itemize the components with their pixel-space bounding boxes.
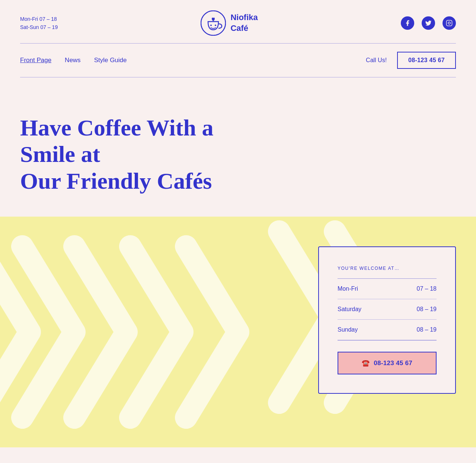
hours-time-saturday: 08 – 19 bbox=[417, 306, 437, 313]
phone-button-card[interactable]: ☎️ 08-123 45 67 bbox=[338, 352, 437, 374]
hours-time-sunday: 08 – 19 bbox=[417, 326, 437, 333]
logo-text: Niofika Café bbox=[230, 12, 258, 33]
phone-emoji-icon: ☎️ bbox=[362, 360, 370, 367]
hours-row-saturday: Saturday 08 – 19 bbox=[338, 299, 437, 320]
hours-day-monFri: Mon-Fri bbox=[338, 285, 358, 292]
hours-info: Mon-Fri 07 – 18 Sat-Sun 07 – 19 bbox=[20, 15, 58, 32]
hours-weekday: Mon-Fri 07 – 18 bbox=[20, 15, 58, 23]
hours-weekend: Sat-Sun 07 – 19 bbox=[20, 23, 58, 31]
nav-links: Front Page News Style Guide bbox=[20, 57, 127, 64]
hours-day-sunday: Sunday bbox=[338, 326, 358, 333]
top-divider bbox=[20, 43, 456, 44]
navbar: Front Page News Style Guide Call Us! 08-… bbox=[0, 44, 476, 77]
hours-row-monFri: Mon-Fri 07 – 18 bbox=[338, 279, 437, 299]
nav-news[interactable]: News bbox=[65, 57, 81, 64]
svg-rect-3 bbox=[446, 20, 452, 26]
hero-section: Have Coffee With a Smile at Our Friendly… bbox=[0, 77, 476, 217]
svg-point-1 bbox=[210, 25, 212, 26]
twitter-icon[interactable] bbox=[422, 16, 435, 30]
social-icons bbox=[401, 16, 456, 30]
instagram-icon[interactable] bbox=[443, 16, 456, 30]
hero-heading: Have Coffee With a Smile at Our Friendly… bbox=[20, 115, 273, 194]
phone-button-nav[interactable]: 08-123 45 67 bbox=[397, 52, 456, 69]
info-card: YOU'RE WELCOME AT… Mon-Fri 07 – 18 Satur… bbox=[318, 246, 456, 394]
facebook-icon[interactable] bbox=[401, 16, 414, 30]
top-bar: Mon-Fri 07 – 18 Sat-Sun 07 – 19 Niofika … bbox=[0, 0, 476, 43]
card-top-divider bbox=[338, 278, 437, 279]
nav-front-page[interactable]: Front Page bbox=[20, 57, 51, 64]
svg-point-0 bbox=[201, 11, 226, 35]
svg-point-2 bbox=[215, 25, 216, 26]
nav-divider bbox=[20, 77, 456, 77]
card-subtitle: YOU'RE WELCOME AT… bbox=[338, 266, 437, 271]
logo-area[interactable]: Niofika Café bbox=[201, 10, 258, 36]
hours-day-saturday: Saturday bbox=[338, 306, 361, 313]
call-us-label: Call Us! bbox=[366, 57, 387, 64]
hours-time-monFri: 07 – 18 bbox=[417, 285, 437, 292]
card-bottom-divider bbox=[338, 340, 437, 341]
nav-style-guide[interactable]: Style Guide bbox=[94, 57, 127, 64]
hours-row-sunday: Sunday 08 – 19 bbox=[338, 320, 437, 340]
logo-icon bbox=[201, 10, 226, 36]
yellow-section: YOU'RE WELCOME AT… Mon-Fri 07 – 18 Satur… bbox=[0, 217, 476, 447]
card-phone-number: 08-123 45 67 bbox=[374, 360, 412, 367]
nav-right: Call Us! 08-123 45 67 bbox=[366, 52, 456, 69]
